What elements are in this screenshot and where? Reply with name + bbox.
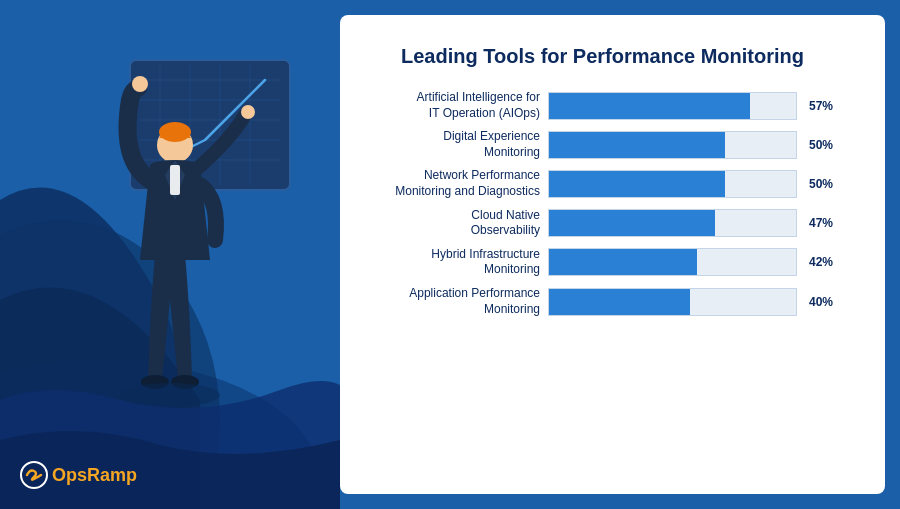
bar-label: Network PerformanceMonitoring and Diagno… (360, 168, 540, 199)
bar-row: Cloud NativeObservability47% (360, 208, 845, 239)
opsramp-logo: OpsRamp (20, 461, 137, 489)
svg-point-20 (21, 462, 47, 488)
bar-value: 42% (809, 255, 845, 269)
svg-rect-14 (170, 165, 180, 195)
bar-fill (549, 289, 690, 315)
bar-fill (549, 171, 725, 197)
bar-track (548, 92, 797, 120)
bar-track (548, 170, 797, 198)
illustration-panel: OpsRamp (0, 0, 340, 509)
chart-panel: Leading Tools for Performance Monitoring… (340, 15, 885, 494)
bar-row: Artificial Intelligence forIT Operation … (360, 90, 845, 121)
chart-title: Leading Tools for Performance Monitoring (360, 45, 845, 68)
bar-fill (549, 93, 750, 119)
svg-point-15 (132, 76, 148, 92)
bar-track (548, 248, 797, 276)
bar-track (548, 288, 797, 316)
bar-track (548, 131, 797, 159)
bar-fill (549, 132, 725, 158)
bar-label: Digital ExperienceMonitoring (360, 129, 540, 160)
bar-row: Application PerformanceMonitoring40% (360, 286, 845, 317)
logo-icon (20, 461, 48, 489)
bar-value: 57% (809, 99, 845, 113)
svg-point-16 (241, 105, 255, 119)
page-container: OpsRamp Leading Tools for Performance Mo… (0, 0, 900, 509)
bar-label: Cloud NativeObservability (360, 208, 540, 239)
bar-label: Application PerformanceMonitoring (360, 286, 540, 317)
logo-text: OpsRamp (52, 465, 137, 486)
bar-value: 50% (809, 138, 845, 152)
bar-fill (549, 249, 697, 275)
bar-label: Hybrid InfrastructureMonitoring (360, 247, 540, 278)
bar-row: Network PerformanceMonitoring and Diagno… (360, 168, 845, 199)
bar-row: Digital ExperienceMonitoring50% (360, 129, 845, 160)
bar-chart: Artificial Intelligence forIT Operation … (360, 90, 845, 464)
bar-value: 47% (809, 216, 845, 230)
bar-track (548, 209, 797, 237)
bar-value: 50% (809, 177, 845, 191)
bar-row: Hybrid InfrastructureMonitoring42% (360, 247, 845, 278)
bar-value: 40% (809, 295, 845, 309)
bar-label: Artificial Intelligence forIT Operation … (360, 90, 540, 121)
bar-fill (549, 210, 715, 236)
